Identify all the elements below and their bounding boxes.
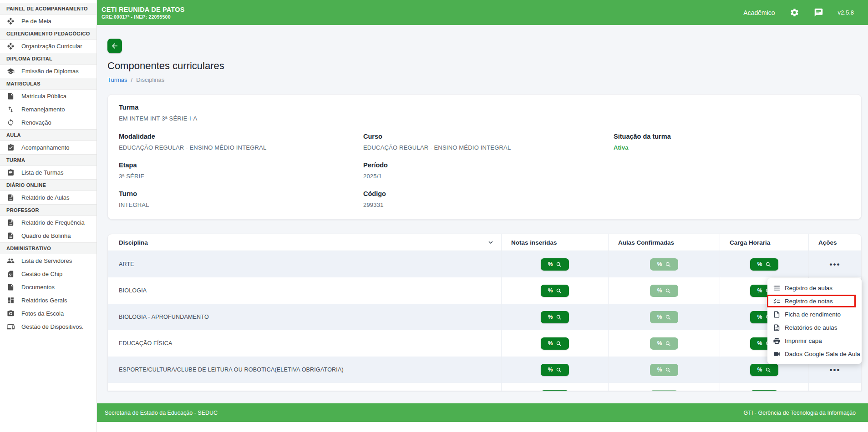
aulas-confirmadas-cell: % (608, 304, 720, 330)
percent-label: % (757, 367, 762, 373)
column-header-notas: Notas inseridas (501, 234, 608, 251)
row-actions-button[interactable]: ••• (827, 364, 843, 376)
discipline-name: ARTE (108, 261, 501, 267)
table-row-partial: %%%••• (108, 383, 861, 391)
sidebar-section-diploma-digital: DIPLOMA DIGITAL (0, 53, 96, 65)
sidebar-item-acompanhamento[interactable]: Acompanhamento (0, 141, 96, 154)
notas-inseridas-button[interactable]: % (541, 258, 569, 271)
sidebar-item-label: Acompanhamento (21, 144, 70, 151)
breadcrumb-current: Disciplinas (136, 76, 164, 83)
discipline-name: BIOLOGIA (108, 287, 501, 294)
sidebar-item-renovacao[interactable]: Renovação (0, 116, 96, 129)
table-header-row: Disciplina Notas inseridas Aulas Confirm… (108, 234, 861, 251)
field-label: Situação da turma (614, 133, 850, 140)
sidebar-item-fotos-da-escola[interactable]: Fotos da Escola (0, 307, 96, 320)
sidebar-item-relatorio-de-aulas[interactable]: Relatório de Aulas (0, 191, 96, 204)
table-body: ARTE%%%•••BIOLOGIA%%%•••BIOLOGIA - APROF… (108, 251, 861, 391)
search-icon (665, 367, 671, 373)
notas-inseridas-button[interactable]: % (541, 337, 569, 350)
sidebar-item-documentos[interactable]: Documentos (0, 281, 96, 294)
sidebar-section-administrativo: ADMINISTRATIVO (0, 242, 96, 254)
sidebar-item-gestao-de-dispositivos[interactable]: Gestão de Dispositivos. (0, 320, 96, 333)
sidebar-item-lista-de-turmas[interactable]: Lista de Turmas (0, 166, 96, 179)
sidebar-item-emissao-de-diplomas[interactable]: Emissão de Diplomas (0, 65, 96, 78)
notas-inseridas-button[interactable]: % (541, 390, 569, 392)
menu-item-registro-de-notas[interactable]: Registro de notas (767, 295, 862, 308)
sidebar-item-quadro-de-bolinha[interactable]: Quadro de Bolinha (0, 229, 96, 242)
search-icon (665, 288, 671, 294)
aulas-confirmadas-button[interactable]: % (650, 390, 678, 392)
notas-inseridas-button[interactable]: % (541, 364, 569, 376)
search-icon (556, 367, 562, 373)
aulas-confirmadas-button[interactable]: % (650, 337, 678, 350)
carga-horaria-button[interactable]: % (750, 364, 778, 376)
aulas-confirmadas-button[interactable]: % (650, 258, 678, 271)
sidebar-item-relatorios-gerais[interactable]: Relatórios Gerais (0, 294, 96, 307)
table-row: EDUCAÇÃO FÍSICA%%%••• (108, 330, 861, 357)
field-turno: TurnoINTEGRAL (119, 190, 363, 208)
turma-card: Turma EM INTEM INT-3ª SÉRIE-I-A Modalida… (107, 94, 862, 220)
aulas-confirmadas-button[interactable]: % (650, 285, 678, 297)
sidebar-item-matricula-publica[interactable]: Matricula Pública (0, 90, 96, 103)
menu-item-label: Imprimir capa (785, 337, 822, 344)
videocam-icon (773, 350, 781, 358)
sidebar-item-relatorio-de-frequencia[interactable]: Relatório de Frequência (0, 216, 96, 229)
discipline-name: EDUCAÇÃO FÍSICA (108, 340, 501, 347)
search-icon (556, 261, 562, 267)
aulas-confirmadas-cell: % (608, 383, 720, 391)
move-icon (7, 17, 15, 25)
field-value: EDUCAÇÃO REGULAR - ENSINO MÉDIO INTEGRAL (119, 144, 363, 151)
sidebar-item-organizacao-curricular[interactable]: Organização Curricular (0, 40, 96, 53)
field-codigo: Código299331 (363, 190, 614, 208)
aulas-confirmadas-button[interactable]: % (650, 364, 678, 376)
field-modalidade: ModalidadeEDUCAÇÃO REGULAR - ENSINO MÉDI… (119, 133, 363, 151)
notas-inseridas-cell: % (501, 304, 608, 330)
field-periodo: Período2025/1 (363, 161, 614, 180)
file-icon (7, 92, 15, 100)
profile-label[interactable]: Acadêmico (743, 9, 775, 16)
printer-icon (773, 337, 781, 345)
notas-inseridas-button[interactable]: % (541, 311, 569, 323)
row-actions-button[interactable]: ••• (827, 391, 843, 392)
acoes-cell: ••• (808, 383, 861, 391)
gear-icon[interactable] (790, 8, 799, 17)
footer-left-text: Secretaria de Estado da Educação - SEDUC (105, 410, 218, 416)
sidebar-item-label: Relatórios Gerais (21, 297, 67, 304)
menu-item-relatorios-de-aulas[interactable]: Relatórios de aulas (767, 321, 862, 334)
sidebar-item-remanejamento[interactable]: Remanejamento (0, 103, 96, 116)
sidebar-item-pe-de-meia[interactable]: Pe de Meia (0, 15, 96, 28)
camera-icon (7, 310, 15, 317)
field-empty (614, 190, 850, 208)
notas-inseridas-button[interactable]: % (541, 285, 569, 297)
menu-item-ficha-de-rendimento[interactable]: Ficha de rendimento (767, 308, 862, 321)
back-button[interactable] (107, 39, 122, 53)
breadcrumb: Turmas / Disciplinas (107, 76, 862, 83)
table-row: ARTE%%%••• (108, 251, 861, 277)
sidebar-section-diario-online: DIÁRIO ONLINE (0, 179, 96, 191)
sidebar-item-gestao-de-chip[interactable]: Gestão de Chip (0, 267, 96, 281)
percent-label: % (548, 261, 553, 267)
menu-item-dados-google-sala-de-aula[interactable]: Dados Google Sala de Aula (767, 347, 862, 361)
sidebar-item-lista-de-servidores[interactable]: Lista de Servidores (0, 254, 96, 267)
percent-label: % (657, 314, 662, 320)
file-lines-icon (7, 232, 15, 240)
turma-value: EM INTEM INT-3ª SÉRIE-I-A (119, 115, 850, 122)
sidebar-item-label: Organização Curricular (21, 43, 82, 50)
chat-icon[interactable] (814, 8, 823, 17)
menu-item-imprimir-capa[interactable]: Imprimir capa (767, 334, 862, 347)
menu-item-registro-de-aulas[interactable]: Registro de aulas (767, 281, 862, 295)
percent-label: % (657, 287, 662, 294)
carga-horaria-button[interactable]: % (750, 390, 778, 392)
sidebar-item-label: Gestão de Dispositivos. (21, 323, 84, 330)
field-value: EDUCAÇÃO REGULAR - ENSINO MÉDIO INTEGRAL (363, 144, 614, 151)
percent-label: % (548, 340, 553, 347)
percent-label: % (657, 367, 662, 373)
carga-horaria-button[interactable]: % (750, 258, 778, 271)
field-label: Curso (363, 133, 614, 140)
search-icon (665, 341, 671, 347)
row-actions-button[interactable]: ••• (827, 259, 843, 270)
aulas-confirmadas-button[interactable]: % (650, 311, 678, 323)
chevron-down-icon[interactable] (487, 238, 495, 246)
field-etapa: Etapa3ª SÉRIE (119, 161, 363, 180)
breadcrumb-link-turmas[interactable]: Turmas (107, 76, 127, 83)
